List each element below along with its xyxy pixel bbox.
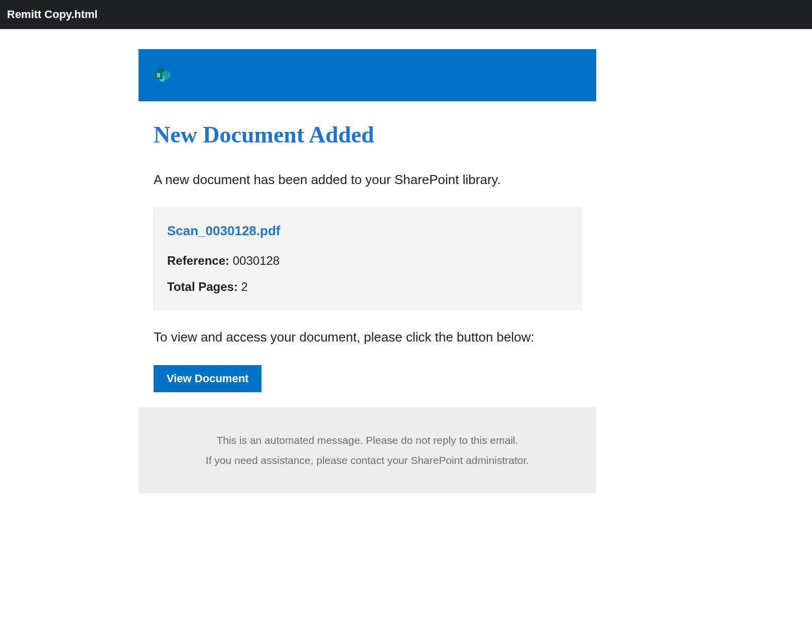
- document-filename-link[interactable]: Scan_0030128.pdf: [167, 223, 568, 239]
- pages-row: Total Pages: 2: [167, 280, 568, 294]
- footer-line-2: If you need assistance, please contact y…: [149, 450, 586, 470]
- document-info-box: Scan_0030128.pdf Reference: 0030128 Tota…: [154, 208, 581, 309]
- email-content: New Document Added A new document has be…: [139, 101, 596, 407]
- footer-line-1: This is an automated message. Please do …: [149, 430, 586, 450]
- reference-label: Reference:: [167, 254, 229, 267]
- instruction-text: To view and access your document, please…: [154, 330, 581, 345]
- reference-value: 0030128: [233, 254, 280, 267]
- intro-text: A new document has been added to your Sh…: [154, 172, 581, 188]
- email-heading: New Document Added: [154, 121, 581, 148]
- email-card: S New Document Added A new document has …: [139, 49, 596, 494]
- pages-value: 2: [241, 280, 248, 293]
- email-footer: This is an automated message. Please do …: [139, 407, 596, 494]
- page-body: S New Document Added A new document has …: [0, 29, 812, 494]
- window-title: Remitt Copy.html: [7, 8, 97, 21]
- sharepoint-icon: S: [155, 68, 172, 83]
- view-document-button[interactable]: View Document: [154, 365, 261, 392]
- pages-label: Total Pages:: [167, 280, 238, 293]
- sharepoint-icon-letter: S: [155, 71, 163, 79]
- window-titlebar: Remitt Copy.html: [0, 0, 812, 29]
- banner: S: [139, 49, 596, 101]
- reference-row: Reference: 0030128: [167, 254, 568, 268]
